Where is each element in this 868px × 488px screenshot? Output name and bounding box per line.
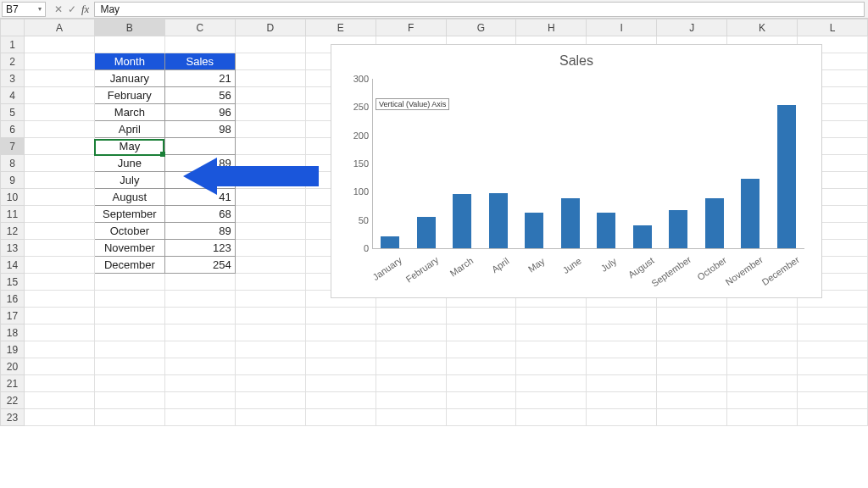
cell-C11[interactable]: 68 <box>164 206 235 223</box>
cell-B9[interactable]: July <box>94 172 164 189</box>
cell-D15[interactable] <box>235 274 305 291</box>
bar-february[interactable] <box>417 217 436 248</box>
cell-D3[interactable] <box>235 70 305 87</box>
cell-G21[interactable] <box>446 375 516 392</box>
cell-G23[interactable] <box>446 409 516 426</box>
column-header-I[interactable]: I <box>587 19 657 36</box>
cell-J17[interactable] <box>657 308 727 324</box>
cell-B12[interactable]: October <box>94 223 164 240</box>
column-header-D[interactable]: D <box>235 19 305 36</box>
cell-B19[interactable] <box>94 341 164 358</box>
cell-E20[interactable] <box>305 358 376 375</box>
cell-C12[interactable]: 89 <box>164 223 235 240</box>
cell-B4[interactable]: February <box>94 87 164 104</box>
cell-H23[interactable] <box>516 409 587 426</box>
row-header-16[interactable]: 16 <box>1 291 25 308</box>
cell-B14[interactable]: December <box>94 257 164 274</box>
cell-I20[interactable] <box>587 358 657 375</box>
row-header-20[interactable]: 20 <box>1 358 25 375</box>
cell-C17[interactable] <box>164 308 235 324</box>
cell-I21[interactable] <box>587 375 657 392</box>
cell-F23[interactable] <box>376 409 446 426</box>
chart-y-axis[interactable]: 050100150200250300 <box>340 79 370 248</box>
cell-D4[interactable] <box>235 87 305 104</box>
cell-F17[interactable] <box>376 308 446 324</box>
row-header-6[interactable]: 6 <box>1 121 25 138</box>
cell-K22[interactable] <box>727 392 798 409</box>
cell-D5[interactable] <box>235 104 305 121</box>
cell-B6[interactable]: April <box>94 121 164 138</box>
row-header-9[interactable]: 9 <box>1 172 25 189</box>
cell-B23[interactable] <box>94 409 164 426</box>
cell-G18[interactable] <box>446 324 516 341</box>
row-header-18[interactable]: 18 <box>1 324 25 341</box>
row-header-8[interactable]: 8 <box>1 155 25 172</box>
cell-A10[interactable] <box>24 189 94 206</box>
cell-B7[interactable]: May <box>94 138 164 155</box>
cell-D11[interactable] <box>235 206 305 223</box>
name-box[interactable]: B7 ▾ <box>2 2 46 17</box>
cell-C13[interactable]: 123 <box>164 240 235 257</box>
row-header-22[interactable]: 22 <box>1 392 25 409</box>
row-header-13[interactable]: 13 <box>1 240 25 257</box>
cell-A8[interactable] <box>24 155 94 172</box>
bar-november[interactable] <box>741 179 760 248</box>
column-header-E[interactable]: E <box>305 19 376 36</box>
cell-A2[interactable] <box>24 53 94 70</box>
cell-B22[interactable] <box>94 392 164 409</box>
cell-D12[interactable] <box>235 223 305 240</box>
cell-A3[interactable] <box>24 70 94 87</box>
cell-L20[interactable] <box>798 358 868 375</box>
bar-april[interactable] <box>489 193 508 248</box>
cell-A4[interactable] <box>24 87 94 104</box>
cell-A21[interactable] <box>24 375 94 392</box>
cell-B17[interactable] <box>94 308 164 324</box>
cell-L21[interactable] <box>798 375 868 392</box>
cell-E17[interactable] <box>305 308 376 324</box>
cell-D17[interactable] <box>235 308 305 324</box>
cell-I23[interactable] <box>587 409 657 426</box>
cell-A13[interactable] <box>24 240 94 257</box>
row-header-19[interactable]: 19 <box>1 341 25 358</box>
cell-A15[interactable] <box>24 274 94 291</box>
bar-december[interactable] <box>777 105 796 248</box>
cell-D22[interactable] <box>235 392 305 409</box>
cell-A20[interactable] <box>24 358 94 375</box>
cell-I19[interactable] <box>587 341 657 358</box>
cell-K17[interactable] <box>727 308 798 324</box>
cell-K19[interactable] <box>727 341 798 358</box>
cell-H19[interactable] <box>516 341 587 358</box>
fx-icon[interactable]: fx <box>81 3 89 16</box>
cell-A7[interactable] <box>24 138 94 155</box>
bar-july[interactable] <box>597 213 615 248</box>
column-header-C[interactable]: C <box>164 19 235 36</box>
column-header-K[interactable]: K <box>727 19 798 36</box>
column-header-L[interactable]: L <box>798 19 868 36</box>
row-header-14[interactable]: 14 <box>1 257 25 274</box>
cell-D6[interactable] <box>235 121 305 138</box>
column-header-J[interactable]: J <box>657 19 727 36</box>
formula-input[interactable]: May <box>94 2 865 17</box>
cell-B20[interactable] <box>94 358 164 375</box>
cell-J23[interactable] <box>657 409 727 426</box>
cell-D23[interactable] <box>235 409 305 426</box>
cell-C23[interactable] <box>164 409 235 426</box>
cell-C7[interactable] <box>164 138 235 155</box>
cell-A14[interactable] <box>24 257 94 274</box>
cell-A17[interactable] <box>24 308 94 324</box>
cell-G17[interactable] <box>446 308 516 324</box>
row-header-15[interactable]: 15 <box>1 274 25 291</box>
cell-C1[interactable] <box>164 36 235 53</box>
cell-A9[interactable] <box>24 172 94 189</box>
cell-H17[interactable] <box>516 308 587 324</box>
cell-F18[interactable] <box>376 324 446 341</box>
cell-B1[interactable] <box>94 36 164 53</box>
cell-C18[interactable] <box>164 324 235 341</box>
cell-A1[interactable] <box>24 36 94 53</box>
cell-C15[interactable] <box>164 274 235 291</box>
cell-B3[interactable]: January <box>94 70 164 87</box>
dropdown-icon[interactable]: ▾ <box>38 5 42 13</box>
bar-september[interactable] <box>669 210 687 248</box>
cell-C19[interactable] <box>164 341 235 358</box>
cell-H18[interactable] <box>516 324 587 341</box>
